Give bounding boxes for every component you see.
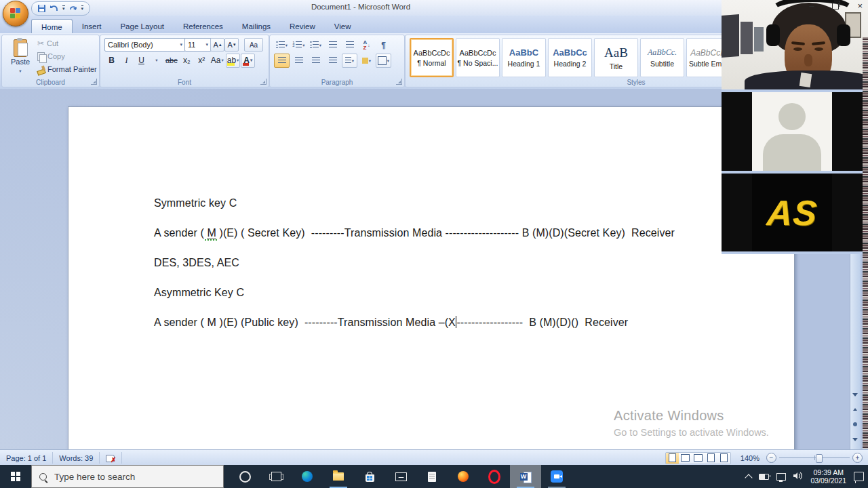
grow-font-button[interactable]: A▴ bbox=[210, 38, 224, 52]
copy-button[interactable]: Copy bbox=[37, 51, 97, 62]
cortana-button[interactable] bbox=[229, 465, 260, 488]
paste-dropdown[interactable]: ▾ bbox=[19, 68, 21, 73]
edge-button[interactable] bbox=[292, 465, 323, 488]
paragraph-dialog-launcher[interactable] bbox=[396, 79, 402, 85]
vertical-scrollbar[interactable] bbox=[850, 254, 861, 449]
participant-initials-tile[interactable]: AS bbox=[722, 174, 868, 251]
text-highlight-button[interactable]: ab▾ bbox=[226, 54, 241, 68]
increase-indent-button[interactable] bbox=[342, 38, 357, 52]
opera-button[interactable] bbox=[479, 465, 510, 488]
style-normal[interactable]: AaBbCcDc ¶ Normal bbox=[410, 38, 454, 77]
volume-icon[interactable] bbox=[793, 470, 803, 483]
doc-line-2[interactable]: A sender ( M )(E) ( Secret Key) --------… bbox=[154, 226, 774, 240]
doc-line-4[interactable]: Asymmetric Key C bbox=[154, 286, 774, 300]
print-layout-view-button[interactable] bbox=[666, 453, 679, 464]
cut-button[interactable]: ✂ Cut bbox=[37, 38, 97, 49]
clipboard-dialog-launcher[interactable] bbox=[91, 79, 97, 85]
restore-button[interactable] bbox=[832, 3, 839, 9]
tab-references[interactable]: References bbox=[174, 19, 233, 33]
format-painter-button[interactable]: Format Painter bbox=[37, 64, 97, 75]
line-spacing-button[interactable]: ▾ bbox=[342, 54, 357, 68]
redo-button[interactable] bbox=[69, 5, 77, 12]
firefox-button[interactable] bbox=[448, 465, 479, 488]
italic-button[interactable]: I bbox=[119, 54, 134, 68]
mail-button[interactable] bbox=[385, 465, 416, 488]
file-explorer-button[interactable] bbox=[323, 465, 354, 488]
taskbar-clock[interactable]: 09:39 AM 03/09/2021 bbox=[810, 468, 846, 485]
participant-avatar-tile[interactable] bbox=[722, 92, 868, 171]
microsoft-store-button[interactable] bbox=[354, 465, 385, 488]
scroll-down-button[interactable] bbox=[851, 390, 859, 399]
font-color-button[interactable]: A▾ bbox=[241, 54, 255, 68]
clear-formatting-button[interactable]: Aa bbox=[244, 38, 263, 52]
style-subtitle[interactable]: AaBbCc. Subtitle bbox=[640, 38, 684, 77]
taskbar-search-box[interactable] bbox=[31, 465, 224, 488]
decrease-indent-button[interactable] bbox=[325, 38, 340, 52]
tab-insert[interactable]: Insert bbox=[73, 19, 111, 33]
style-heading-2[interactable]: AaBbCc Heading 2 bbox=[548, 38, 592, 77]
document-page[interactable]: Symmetric key C A sender ( M )(E) ( Secr… bbox=[68, 106, 795, 451]
justify-button[interactable] bbox=[325, 54, 340, 68]
strikethrough-button[interactable]: abc bbox=[164, 54, 179, 68]
network-icon[interactable] bbox=[776, 473, 786, 481]
font-dialog-launcher[interactable] bbox=[260, 79, 267, 85]
zoom-out-button[interactable]: − bbox=[766, 453, 776, 463]
shading-button[interactable]: ▾ bbox=[359, 54, 374, 68]
task-view-button[interactable] bbox=[260, 465, 292, 488]
font-size-combobox[interactable]: 11 ▾ bbox=[184, 38, 212, 52]
customize-qat-dropdown[interactable]: ▾ bbox=[81, 5, 84, 12]
superscript-button[interactable]: x² bbox=[195, 54, 209, 68]
font-family-dropdown[interactable]: ▾ bbox=[180, 42, 182, 47]
outline-view-button[interactable] bbox=[705, 453, 717, 464]
office-button[interactable] bbox=[3, 1, 28, 26]
zoom-app-button[interactable] bbox=[541, 465, 572, 488]
select-browse-object-button[interactable] bbox=[851, 420, 859, 429]
undo-dropdown[interactable]: ▾ bbox=[62, 5, 65, 12]
align-center-button[interactable] bbox=[291, 54, 307, 68]
subscript-button[interactable]: x₂ bbox=[180, 54, 194, 68]
change-case-button[interactable]: Aa▾ bbox=[210, 54, 225, 68]
underline-button[interactable]: U bbox=[134, 54, 149, 68]
tab-view[interactable]: View bbox=[325, 19, 361, 33]
tab-mailings[interactable]: Mailings bbox=[233, 19, 280, 33]
word-taskbar-button[interactable]: W bbox=[510, 465, 541, 488]
align-left-button[interactable] bbox=[274, 54, 290, 68]
style-no-spacing[interactable]: AaBbCcDc ¶ No Spaci... bbox=[456, 38, 500, 77]
borders-button[interactable]: ▾ bbox=[376, 54, 391, 68]
close-button[interactable]: × bbox=[857, 1, 863, 10]
webcam-video-tile[interactable]: – × bbox=[722, 0, 868, 89]
draft-view-button[interactable] bbox=[717, 453, 730, 464]
align-right-button[interactable] bbox=[308, 54, 323, 68]
font-family-combobox[interactable]: Calibri (Body) ▾ bbox=[104, 38, 186, 52]
battery-icon[interactable] bbox=[759, 474, 769, 480]
document-text[interactable]: Symmetric key C A sender ( M )(E) ( Secr… bbox=[154, 197, 774, 346]
word-count-indicator[interactable]: Words: 39 bbox=[53, 452, 100, 464]
bold-button[interactable]: B bbox=[104, 54, 119, 68]
paste-button[interactable]: Paste ▾ bbox=[5, 37, 35, 78]
spellcheck-word[interactable]: M bbox=[207, 227, 216, 239]
font-size-dropdown[interactable]: ▾ bbox=[205, 42, 208, 47]
shrink-font-button[interactable]: A▾ bbox=[224, 38, 239, 52]
zoom-level-label[interactable]: 140% bbox=[741, 454, 760, 462]
taskbar-search-input[interactable] bbox=[53, 471, 184, 483]
style-heading-1[interactable]: AaBbC Heading 1 bbox=[502, 38, 546, 77]
numbering-button[interactable]: 12▾ bbox=[291, 38, 307, 52]
doc-line-1[interactable]: Symmetric key C bbox=[154, 197, 774, 210]
underline-dropdown[interactable]: ▾ bbox=[149, 54, 163, 68]
bullets-button[interactable]: ▾ bbox=[274, 38, 290, 52]
action-center-icon[interactable] bbox=[854, 472, 864, 481]
next-page-button[interactable] bbox=[851, 434, 859, 444]
sort-button[interactable]: AZ↓ bbox=[359, 38, 374, 52]
zoom-slider[interactable] bbox=[779, 453, 850, 462]
tray-expand-icon[interactable] bbox=[745, 474, 753, 481]
zoom-in-button[interactable]: + bbox=[852, 453, 863, 463]
start-button[interactable] bbox=[0, 465, 31, 488]
notepad-button[interactable] bbox=[416, 465, 448, 488]
style-title[interactable]: AaB Title bbox=[594, 38, 638, 77]
show-hide-pilcrow-button[interactable]: ¶ bbox=[376, 38, 391, 52]
save-icon[interactable] bbox=[38, 5, 45, 12]
minimize-button[interactable]: – bbox=[809, 1, 814, 10]
tab-page-layout[interactable]: Page Layout bbox=[111, 19, 174, 33]
multilevel-list-button[interactable]: ▾ bbox=[308, 38, 323, 52]
undo-button[interactable] bbox=[50, 5, 58, 12]
